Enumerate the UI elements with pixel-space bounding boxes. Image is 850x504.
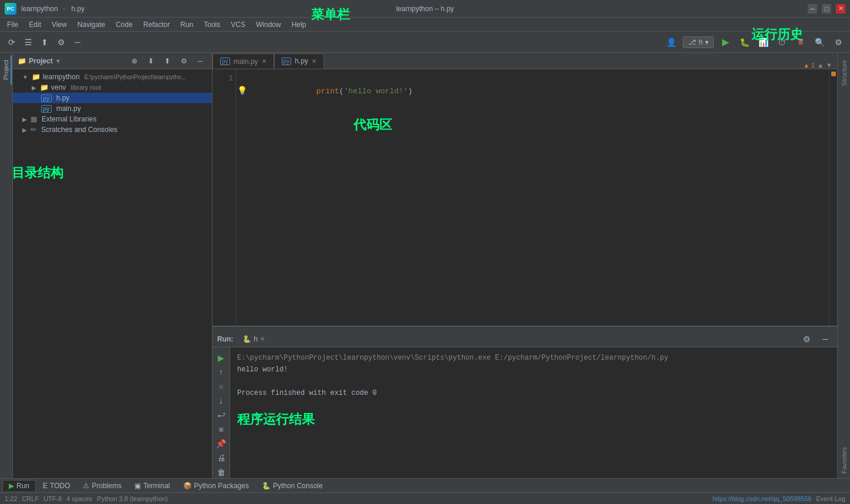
run-trash-icon[interactable]: 🗑 [214, 466, 228, 478]
sidebar-item-favorites[interactable]: Favorites [839, 442, 849, 478]
collapse-icon[interactable]: ⬆ [38, 35, 52, 49]
project-structure-icon[interactable]: ☰ [21, 35, 35, 49]
run-wrap-icon[interactable]: ⮐ [214, 409, 228, 421]
toolbar: ⟳ ☰ ⬆ ⚙ ─ 👤 ⎇ h ▾ ▶ 🐛 📊 ⏱ ■ 🔍 ⚙ 运行历史 [0, 32, 850, 53]
menu-navigate[interactable]: Navigate [73, 19, 110, 30]
mainpy-file-icon: py [41, 105, 52, 113]
avatar-icon[interactable]: 👤 [664, 35, 678, 49]
run-output-line1: hello world! [237, 364, 830, 376]
folder-icon: 📁 [18, 57, 26, 65]
ext-libs-label: External Libraries [42, 115, 96, 123]
project-title: Project [29, 57, 53, 65]
minimize-panel-icon[interactable]: ─ [70, 35, 85, 49]
bottom-tab-run[interactable]: ▶ Run [2, 480, 36, 491]
close-button[interactable]: ✕ [836, 4, 845, 13]
run-button[interactable]: ▶ [719, 35, 733, 49]
status-python-version[interactable]: Python 3.8 (learnpython) [97, 495, 167, 502]
tab-mainpy[interactable]: py main.py ✕ [212, 53, 274, 69]
run-settings-icon[interactable]: ⚙ [800, 332, 814, 346]
menu-run[interactable]: Run [176, 19, 198, 30]
hpy-tab-icon: py [282, 57, 292, 65]
run-down-icon[interactable]: ↓ [214, 395, 228, 407]
code-area[interactable]: print('hello world!') 💡 代码区 [236, 69, 829, 326]
maximize-button[interactable]: □ [822, 4, 831, 13]
bottom-tab-python-console[interactable]: 🐍 Python Console [256, 481, 329, 491]
run-stop-icon[interactable]: ■ [214, 381, 228, 393]
bottom-tab-run-label: Run [16, 482, 29, 490]
tree-item-hpy[interactable]: py h.py [13, 93, 212, 103]
branch-selector[interactable]: ⎇ h ▾ [683, 36, 714, 48]
menu-code[interactable]: Code [111, 19, 137, 30]
settings-icon[interactable]: ⚙ [54, 35, 68, 49]
run-pin-icon[interactable]: 📌 [214, 438, 228, 449]
menu-refactor[interactable]: Refactor [139, 19, 174, 30]
menu-file[interactable]: File [2, 19, 23, 30]
debug-icon[interactable]: 🐛 [737, 35, 751, 49]
settings2-icon[interactable]: ⚙ [831, 35, 845, 49]
statusbar-right: https://blog.csdn.net/qq_50598558 Event … [713, 495, 845, 502]
sync-icon[interactable]: ⟳ [5, 35, 19, 49]
menu-tools[interactable]: Tools [199, 19, 225, 30]
menu-window[interactable]: Window [251, 19, 286, 30]
menu-vcs[interactable]: VCS [226, 19, 250, 30]
hide-icon[interactable]: ─ [193, 54, 207, 68]
project-settings-icon[interactable]: ⚙ [177, 54, 191, 68]
resize-handle[interactable] [212, 326, 837, 331]
run-play-button[interactable]: ▶ [214, 352, 228, 364]
bottom-tabs: ▶ Run E TODO ⚠ Problems ▣ Terminal 📦 Pyt… [0, 478, 850, 492]
root-path: E:\pycharm\PythonProject\learnpytho... [85, 74, 186, 80]
print-keyword: print [316, 87, 339, 96]
run-hide-icon[interactable]: ─ [818, 332, 832, 346]
tree-item-external-libs[interactable]: ▶ ▦ External Libraries [13, 114, 212, 124]
right-gutter [829, 69, 837, 326]
bottom-tab-todo[interactable]: E TODO [37, 481, 76, 491]
menubar-annotation: 菜单栏 [311, 6, 350, 23]
scratches-arrow: ▶ [22, 127, 27, 133]
menu-view[interactable]: View [47, 19, 72, 30]
mainpy-tab-icon: py [220, 57, 230, 65]
tree-item-root[interactable]: ▼ 📁 learnpython E:\pycharm\PythonProject… [13, 72, 212, 82]
event-log-label[interactable]: Event Log [816, 495, 845, 502]
project-header: 📁 Project ▾ ⊕ ⬇ ⬆ ⚙ ─ [13, 53, 212, 69]
mainpy-tab-label: main.py [234, 57, 258, 66]
add-icon[interactable]: ⊕ [127, 54, 141, 68]
run-title-label: Run: [217, 335, 233, 343]
ext-arrow: ▶ [22, 116, 27, 123]
titlebar-left: PC learnpython – h.py [5, 3, 85, 15]
blog-link[interactable]: https://blog.csdn.net/qq_50598558 [713, 495, 812, 502]
tab-hpy[interactable]: py h.py ✕ [274, 53, 324, 69]
nav-down-icon[interactable]: ▼ [826, 62, 832, 69]
status-line-ending[interactable]: CRLF [22, 495, 39, 502]
run-scroll-icon[interactable]: ≡ [214, 424, 228, 435]
tree-item-scratches[interactable]: ▶ ✏ Scratches and Consoles [13, 124, 212, 135]
run-tab-h[interactable]: 🐍 h ✕ [238, 334, 269, 344]
run-print-icon[interactable]: 🖨 [214, 452, 228, 464]
collapse-all-icon[interactable]: ⬆ [160, 54, 174, 68]
code-area-annotation: 代码区 [353, 116, 392, 134]
sidebar-item-project[interactable]: Project [1, 55, 12, 84]
tree-item-venv[interactable]: ▶ 📁 venv library root [13, 82, 212, 93]
run-output-line3: Process finished with exit code 0 [237, 387, 830, 399]
mainpy-tab-close[interactable]: ✕ [262, 58, 267, 65]
expand-all-icon[interactable]: ⬇ [144, 54, 158, 68]
run-history-annotation: 运行历史 [751, 26, 803, 43]
bottom-tab-python-console-label: Python Console [273, 482, 323, 490]
bottom-tab-problems[interactable]: ⚠ Problems [77, 481, 127, 491]
run-content: ▶ ↑ ■ ↓ ⮐ ≡ 📌 🖨 🗑 E:\pycharm\PythonProje… [212, 347, 837, 478]
bottom-tab-python-packages[interactable]: 📦 Python Packages [177, 481, 255, 491]
status-indent[interactable]: 4 spaces [66, 495, 92, 502]
status-encoding[interactable]: UTF-8 [43, 495, 62, 502]
tree-item-mainpy[interactable]: py main.py [13, 103, 212, 114]
minimize-button[interactable]: ─ [808, 4, 817, 13]
status-line-col[interactable]: 1:22 [5, 495, 17, 502]
run-tab-close[interactable]: ✕ [260, 336, 265, 342]
bulb-icon[interactable]: 💡 [237, 86, 247, 96]
menu-help[interactable]: Help [287, 19, 311, 30]
run-up-icon[interactable]: ↑ [214, 366, 228, 378]
sidebar-item-structure[interactable]: Structure [839, 55, 849, 91]
nav-up-icon[interactable]: ▲ [817, 62, 824, 69]
hpy-tab-close[interactable]: ✕ [312, 58, 316, 65]
search-icon[interactable]: 🔍 [812, 35, 827, 49]
menu-edit[interactable]: Edit [24, 19, 46, 30]
bottom-tab-terminal[interactable]: ▣ Terminal [129, 481, 176, 491]
